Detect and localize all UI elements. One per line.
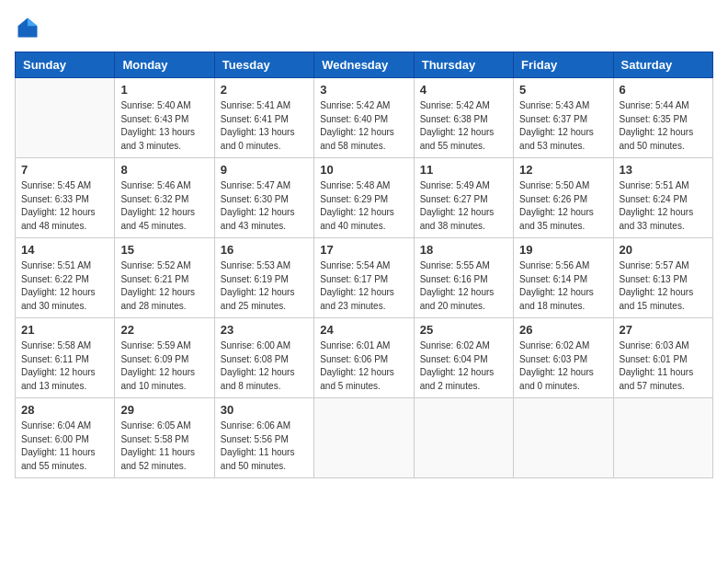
day-info: Sunrise: 5:43 AM Sunset: 6:37 PM Dayligh… [519, 99, 607, 153]
calendar-cell [514, 398, 613, 478]
day-info: Sunrise: 5:57 AM Sunset: 6:13 PM Dayligh… [620, 259, 707, 313]
day-info: Sunrise: 5:58 AM Sunset: 6:11 PM Dayligh… [21, 339, 108, 393]
calendar-cell: 10Sunrise: 5:48 AM Sunset: 6:29 PM Dayli… [314, 158, 414, 238]
calendar-cell [414, 398, 513, 478]
day-info: Sunrise: 5:42 AM Sunset: 6:40 PM Dayligh… [320, 99, 407, 153]
calendar-cell: 2Sunrise: 5:41 AM Sunset: 6:41 PM Daylig… [214, 78, 313, 158]
day-info: Sunrise: 5:55 AM Sunset: 6:16 PM Dayligh… [420, 259, 507, 313]
calendar-day-header: Wednesday [314, 52, 414, 78]
day-number: 11 [420, 163, 507, 177]
calendar-cell: 3Sunrise: 5:42 AM Sunset: 6:40 PM Daylig… [314, 78, 414, 158]
day-info: Sunrise: 5:41 AM Sunset: 6:41 PM Dayligh… [221, 99, 308, 153]
day-number: 20 [620, 243, 707, 257]
day-number: 1 [120, 83, 208, 97]
day-number: 2 [221, 83, 308, 97]
calendar-cell: 9Sunrise: 5:47 AM Sunset: 6:30 PM Daylig… [214, 158, 313, 238]
day-info: Sunrise: 5:40 AM Sunset: 6:43 PM Dayligh… [120, 99, 208, 153]
day-number: 5 [519, 83, 607, 97]
day-number: 23 [221, 323, 308, 337]
calendar-cell: 20Sunrise: 5:57 AM Sunset: 6:13 PM Dayli… [613, 238, 712, 318]
day-number: 25 [420, 323, 507, 337]
day-number: 29 [120, 403, 208, 417]
calendar-cell [314, 398, 414, 478]
day-number: 18 [420, 243, 507, 257]
day-info: Sunrise: 6:06 AM Sunset: 5:56 PM Dayligh… [221, 419, 308, 473]
day-info: Sunrise: 5:51 AM Sunset: 6:22 PM Dayligh… [21, 259, 108, 313]
logo-icon [15, 15, 40, 40]
calendar-day-header: Monday [115, 52, 214, 78]
page-header [15, 15, 713, 40]
day-number: 3 [320, 83, 407, 97]
day-info: Sunrise: 5:49 AM Sunset: 6:27 PM Dayligh… [420, 179, 507, 233]
calendar-header-row: SundayMondayTuesdayWednesdayThursdayFrid… [16, 52, 713, 78]
day-number: 28 [21, 403, 108, 417]
calendar-cell: 22Sunrise: 5:59 AM Sunset: 6:09 PM Dayli… [115, 318, 214, 398]
day-info: Sunrise: 5:56 AM Sunset: 6:14 PM Dayligh… [519, 259, 607, 313]
calendar-cell: 30Sunrise: 6:06 AM Sunset: 5:56 PM Dayli… [214, 398, 313, 478]
calendar-cell: 5Sunrise: 5:43 AM Sunset: 6:37 PM Daylig… [514, 78, 613, 158]
calendar-cell: 25Sunrise: 6:02 AM Sunset: 6:04 PM Dayli… [414, 318, 513, 398]
calendar-cell: 7Sunrise: 5:45 AM Sunset: 6:33 PM Daylig… [16, 158, 115, 238]
day-info: Sunrise: 5:54 AM Sunset: 6:17 PM Dayligh… [320, 259, 407, 313]
calendar-cell: 18Sunrise: 5:55 AM Sunset: 6:16 PM Dayli… [414, 238, 513, 318]
calendar-cell: 24Sunrise: 6:01 AM Sunset: 6:06 PM Dayli… [314, 318, 414, 398]
day-info: Sunrise: 5:51 AM Sunset: 6:24 PM Dayligh… [620, 179, 707, 233]
day-info: Sunrise: 5:53 AM Sunset: 6:19 PM Dayligh… [221, 259, 308, 313]
day-info: Sunrise: 5:45 AM Sunset: 6:33 PM Dayligh… [21, 179, 108, 233]
calendar-week-row: 1Sunrise: 5:40 AM Sunset: 6:43 PM Daylig… [16, 78, 713, 158]
calendar-cell: 16Sunrise: 5:53 AM Sunset: 6:19 PM Dayli… [214, 238, 313, 318]
calendar-cell: 11Sunrise: 5:49 AM Sunset: 6:27 PM Dayli… [414, 158, 513, 238]
calendar-cell: 1Sunrise: 5:40 AM Sunset: 6:43 PM Daylig… [115, 78, 214, 158]
calendar-cell: 4Sunrise: 5:42 AM Sunset: 6:38 PM Daylig… [414, 78, 513, 158]
day-number: 9 [221, 163, 308, 177]
day-info: Sunrise: 5:48 AM Sunset: 6:29 PM Dayligh… [320, 179, 407, 233]
calendar-cell: 26Sunrise: 6:02 AM Sunset: 6:03 PM Dayli… [514, 318, 613, 398]
calendar-cell: 27Sunrise: 6:03 AM Sunset: 6:01 PM Dayli… [613, 318, 712, 398]
day-number: 6 [620, 83, 707, 97]
day-number: 26 [519, 323, 607, 337]
day-info: Sunrise: 5:50 AM Sunset: 6:26 PM Dayligh… [519, 179, 607, 233]
calendar-cell [613, 398, 712, 478]
day-number: 19 [519, 243, 607, 257]
day-number: 16 [221, 243, 308, 257]
calendar-cell: 6Sunrise: 5:44 AM Sunset: 6:35 PM Daylig… [613, 78, 712, 158]
calendar-cell: 15Sunrise: 5:52 AM Sunset: 6:21 PM Dayli… [115, 238, 214, 318]
day-info: Sunrise: 6:00 AM Sunset: 6:08 PM Dayligh… [221, 339, 308, 393]
calendar-day-header: Thursday [414, 52, 513, 78]
day-info: Sunrise: 5:44 AM Sunset: 6:35 PM Dayligh… [620, 99, 707, 153]
day-info: Sunrise: 5:46 AM Sunset: 6:32 PM Dayligh… [120, 179, 208, 233]
calendar-week-row: 7Sunrise: 5:45 AM Sunset: 6:33 PM Daylig… [16, 158, 713, 238]
calendar-day-header: Sunday [16, 52, 115, 78]
day-info: Sunrise: 6:03 AM Sunset: 6:01 PM Dayligh… [620, 339, 707, 393]
calendar-week-row: 21Sunrise: 5:58 AM Sunset: 6:11 PM Dayli… [16, 318, 713, 398]
day-number: 15 [120, 243, 208, 257]
day-info: Sunrise: 6:02 AM Sunset: 6:04 PM Dayligh… [420, 339, 507, 393]
calendar-table: SundayMondayTuesdayWednesdayThursdayFrid… [15, 52, 713, 478]
day-number: 4 [420, 83, 507, 97]
day-number: 14 [21, 243, 108, 257]
calendar-cell: 29Sunrise: 6:05 AM Sunset: 5:58 PM Dayli… [115, 398, 214, 478]
day-number: 7 [21, 163, 108, 177]
calendar-day-header: Tuesday [214, 52, 313, 78]
logo [15, 15, 44, 40]
calendar-week-row: 28Sunrise: 6:04 AM Sunset: 6:00 PM Dayli… [16, 398, 713, 478]
day-info: Sunrise: 6:05 AM Sunset: 5:58 PM Dayligh… [120, 419, 208, 473]
calendar-day-header: Friday [514, 52, 613, 78]
svg-marker-1 [28, 18, 38, 27]
day-number: 13 [620, 163, 707, 177]
day-info: Sunrise: 6:01 AM Sunset: 6:06 PM Dayligh… [320, 339, 407, 393]
day-info: Sunrise: 5:59 AM Sunset: 6:09 PM Dayligh… [120, 339, 208, 393]
calendar-day-header: Saturday [613, 52, 712, 78]
day-number: 12 [519, 163, 607, 177]
day-info: Sunrise: 5:52 AM Sunset: 6:21 PM Dayligh… [120, 259, 208, 313]
calendar-week-row: 14Sunrise: 5:51 AM Sunset: 6:22 PM Dayli… [16, 238, 713, 318]
calendar-cell: 17Sunrise: 5:54 AM Sunset: 6:17 PM Dayli… [314, 238, 414, 318]
day-info: Sunrise: 5:42 AM Sunset: 6:38 PM Dayligh… [420, 99, 507, 153]
day-number: 22 [120, 323, 208, 337]
day-number: 10 [320, 163, 407, 177]
calendar-cell: 28Sunrise: 6:04 AM Sunset: 6:00 PM Dayli… [16, 398, 115, 478]
calendar-cell: 14Sunrise: 5:51 AM Sunset: 6:22 PM Dayli… [16, 238, 115, 318]
day-number: 30 [221, 403, 308, 417]
calendar-cell: 12Sunrise: 5:50 AM Sunset: 6:26 PM Dayli… [514, 158, 613, 238]
calendar-cell [16, 78, 115, 158]
